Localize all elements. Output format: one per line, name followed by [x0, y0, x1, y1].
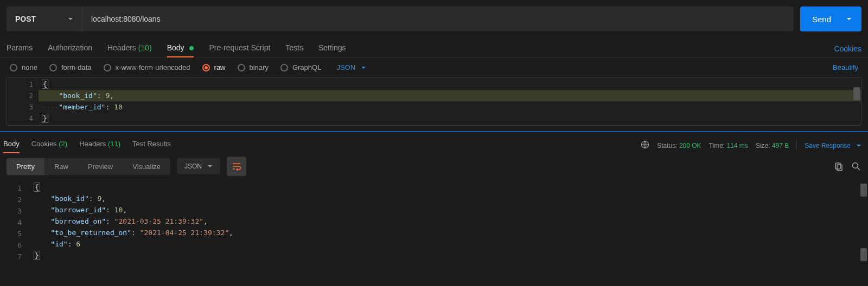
resp-cookies-count: (2) — [59, 140, 67, 148]
resp-tab-body[interactable]: Body — [3, 138, 20, 153]
line-number: 1 — [11, 79, 33, 90]
wrap-lines-button[interactable] — [227, 157, 246, 176]
req-member-id: 10 — [114, 103, 123, 111]
cookies-link[interactable]: Cookies — [834, 44, 861, 53]
radio-icon — [238, 64, 245, 72]
globe-icon[interactable] — [641, 140, 649, 151]
tab-authorization[interactable]: Authorization — [48, 40, 92, 57]
chevron-down-icon — [856, 143, 861, 148]
radio-icon — [104, 64, 111, 72]
response-tabs: Body Cookies (2) Headers (11) Test Resul… — [0, 132, 868, 153]
view-pretty[interactable]: Pretty — [7, 158, 44, 175]
view-mode-row: Pretty Raw Preview Visualize JSON — [0, 153, 868, 179]
time-label: Time: — [709, 142, 725, 150]
radio-icon — [280, 64, 288, 72]
view-raw[interactable]: Raw — [44, 158, 78, 175]
request-bar: POST Send — [0, 0, 868, 31]
radio-label: raw — [214, 63, 226, 72]
line-number: 4 — [11, 113, 33, 124]
copy-icon[interactable] — [833, 161, 844, 172]
tab-body[interactable]: Body — [167, 40, 194, 57]
body-format-select[interactable]: JSON — [336, 63, 366, 72]
line-number: 4 — [4, 217, 22, 228]
line-number: 2 — [4, 194, 22, 205]
radio-label: x-www-form-urlencoded — [116, 63, 190, 72]
time-value: 114 ms — [727, 142, 748, 150]
search-icon[interactable] — [851, 161, 861, 172]
svg-rect-2 — [837, 165, 842, 171]
line-number: 7 — [4, 251, 22, 262]
radio-icon — [49, 64, 57, 72]
line-number: 2 — [11, 90, 33, 101]
radio-binary[interactable]: binary — [238, 63, 269, 72]
view-mode-segment: Pretty Raw Preview Visualize — [7, 158, 170, 175]
time-group: Time: 114 ms — [709, 142, 748, 150]
code-content: { "book_id": 9, "borrower_id": 10, "borr… — [30, 181, 868, 263]
tab-tests[interactable]: Tests — [285, 40, 303, 57]
resp-book-id: 9 — [97, 194, 101, 203]
view-preview[interactable]: Preview — [78, 158, 123, 175]
line-number: 3 — [11, 101, 33, 113]
response-format-select[interactable]: JSON — [177, 158, 220, 174]
modified-dot-icon — [189, 46, 194, 50]
response-body-viewer[interactable]: 1 2 3 4 5 6 7 { "book_id": 9, "borrower_… — [0, 179, 868, 263]
send-button[interactable]: Send — [800, 6, 861, 31]
view-visualize[interactable]: Visualize — [123, 158, 170, 175]
scrollbar-thumb[interactable] — [860, 184, 867, 197]
status-value: 200 OK — [679, 142, 701, 150]
radio-label: binary — [250, 63, 269, 72]
tab-prerequest[interactable]: Pre-request Script — [209, 40, 270, 57]
line-gutter: 1 2 3 4 5 6 7 — [0, 181, 30, 263]
resp-return-on: 2021-04-25 21:39:32 — [144, 229, 225, 237]
request-body-editor[interactable]: 1 2 3 4 { ····"book_id": 9, ····"member_… — [7, 77, 861, 126]
separator — [796, 141, 797, 151]
body-type-row: none form-data x-www-form-urlencoded raw… — [0, 57, 868, 77]
status-label: Status: — [657, 142, 677, 150]
url-input[interactable] — [82, 6, 794, 31]
resp-cookies-label: Cookies — [31, 140, 57, 148]
radio-none[interactable]: none — [10, 63, 37, 72]
chevron-down-icon — [846, 16, 852, 22]
view-action-icons — [833, 161, 861, 172]
tab-body-label: Body — [167, 43, 184, 52]
svg-rect-1 — [835, 163, 840, 169]
response-status-bar: Status: 200 OK Time: 114 ms Size: 497 B … — [641, 140, 861, 151]
radio-label: GraphQL — [292, 63, 321, 72]
line-gutter: 1 2 3 4 — [7, 77, 39, 125]
radio-raw[interactable]: raw — [202, 63, 226, 72]
response-format-label: JSON — [184, 162, 202, 170]
radio-x-www-form-urlencoded[interactable]: x-www-form-urlencoded — [104, 63, 190, 72]
tab-settings[interactable]: Settings — [318, 40, 346, 57]
method-label: POST — [15, 15, 36, 23]
radio-graphql[interactable]: GraphQL — [280, 63, 321, 72]
tab-params[interactable]: Params — [7, 40, 33, 57]
radio-icon — [202, 64, 210, 72]
resp-tab-headers[interactable]: Headers (11) — [79, 138, 120, 153]
radio-icon — [10, 64, 17, 72]
scrollbar-thumb[interactable] — [853, 87, 860, 100]
line-number: 5 — [4, 228, 22, 239]
radio-form-data[interactable]: form-data — [49, 63, 92, 72]
save-response-button[interactable]: Save Response — [805, 142, 861, 150]
resp-borrowed-on: 2021-03-25 21:39:32 — [119, 217, 200, 225]
chevron-down-icon — [68, 16, 73, 22]
tab-headers[interactable]: Headers (10) — [107, 40, 152, 57]
chevron-down-icon — [207, 164, 213, 169]
tab-headers-label: Headers — [107, 43, 136, 52]
size-group: Size: 497 B — [756, 142, 789, 150]
resp-headers-count: (11) — [108, 140, 120, 148]
resp-tab-test-results[interactable]: Test Results — [132, 138, 171, 153]
size-label: Size: — [756, 142, 770, 150]
radio-label: none — [22, 63, 37, 72]
resp-headers-label: Headers — [79, 140, 106, 148]
resp-borrower-id: 10 — [114, 206, 123, 214]
method-select[interactable]: POST — [7, 6, 82, 31]
scrollbar-thumb[interactable] — [860, 248, 867, 261]
request-tabs: Params Authorization Headers (10) Body P… — [0, 40, 868, 57]
resp-tab-cookies[interactable]: Cookies (2) — [31, 138, 67, 153]
size-value: 497 B — [772, 142, 789, 150]
svg-point-3 — [853, 163, 858, 168]
status-group: Status: 200 OK — [657, 142, 701, 150]
code-content: { ····"book_id": 9, ····"member_id": 10 … — [39, 77, 861, 125]
beautify-link[interactable]: Beautify — [833, 63, 858, 72]
